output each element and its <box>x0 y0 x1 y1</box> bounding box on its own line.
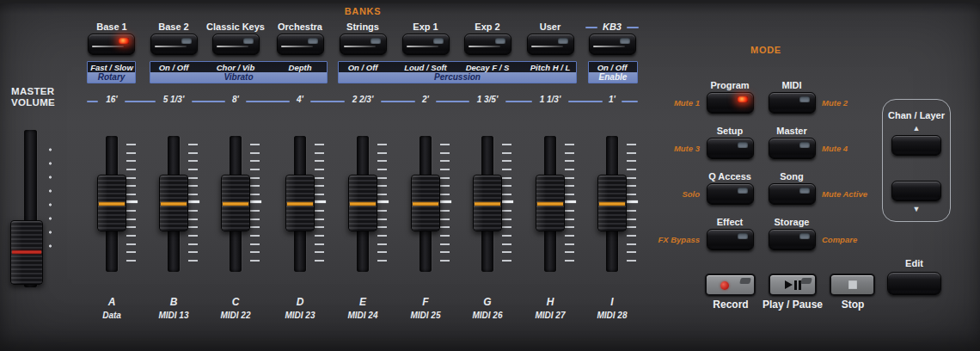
master-volume-label-line1: MASTER <box>11 86 54 96</box>
function-label-pitch: Pitch H / L <box>518 62 583 73</box>
led-indicator <box>620 38 630 44</box>
slider-handle-line <box>223 202 248 206</box>
slider-assignment-d: MIDI 23 <box>266 311 334 320</box>
chan-layer-up-button[interactable] <box>891 135 941 156</box>
slider-handle-c[interactable] <box>221 175 250 231</box>
led-indicator <box>799 96 810 102</box>
slider-a <box>89 132 134 275</box>
slider-letter-i: I <box>578 296 646 308</box>
slider-b <box>151 132 196 275</box>
master-volume-dot-scale <box>48 143 52 258</box>
slider-handle-line <box>99 202 125 206</box>
led-indicator <box>181 38 192 44</box>
mode-label-master: Master <box>749 126 835 136</box>
function-label-depth: Depth <box>267 62 333 73</box>
slider-handle-b[interactable] <box>159 175 188 231</box>
led-indicator <box>738 188 748 194</box>
slider-assignment-i: MIDI 28 <box>578 311 646 320</box>
slider-handle-line <box>537 202 563 206</box>
mode-button-song[interactable] <box>769 183 816 205</box>
slider-center-tick <box>125 200 138 203</box>
slider-g <box>465 132 510 275</box>
drawbar-footage-5-13: 5 1/3' <box>148 95 199 104</box>
edit-label: Edit <box>887 258 941 268</box>
slider-assignment-b: MIDI 13 <box>139 311 208 320</box>
led-indicator <box>738 96 748 102</box>
mode-label-song: Song <box>749 171 835 182</box>
drawbar-footage-8: 8' <box>210 95 261 104</box>
bank-button-strings[interactable] <box>340 34 387 55</box>
slider-center-tick <box>625 200 638 203</box>
led-indicator <box>243 38 254 44</box>
solo-label: Solo <box>612 189 700 200</box>
slider-handle-h[interactable] <box>536 175 565 231</box>
slider-handle-e[interactable] <box>348 175 377 231</box>
slider-handle-f[interactable] <box>411 175 440 231</box>
bank-button-classic-keys[interactable] <box>212 34 260 55</box>
master-volume-label-line2: VOLUME <box>11 97 55 108</box>
led-indicator <box>495 38 505 44</box>
group-label-percussion: Percussion <box>339 72 576 83</box>
drawbar-footage-16: 16' <box>86 95 138 104</box>
slider-handle-i[interactable] <box>597 175 627 231</box>
drawbar-footage-1: 1' <box>586 95 638 104</box>
mode-button-storage[interactable] <box>769 229 816 250</box>
mute-label-3: Mute 3 <box>612 144 700 154</box>
banks-section-title: BANKS <box>333 6 393 16</box>
slider-center-tick <box>248 200 261 203</box>
bank-button-base-1[interactable] <box>88 34 135 55</box>
slider-letter-d: D <box>266 296 334 308</box>
mode-button-q-access[interactable] <box>707 183 754 205</box>
play-led-window <box>800 278 812 284</box>
bank-button-orchestra[interactable] <box>277 34 324 55</box>
led-indicator <box>119 38 129 44</box>
slider-letter-f: F <box>391 296 460 308</box>
mode-label-storage: Storage <box>749 217 835 227</box>
led-indicator <box>371 38 381 44</box>
slider-handle-line <box>287 202 313 206</box>
slider-center-tick <box>563 200 576 203</box>
mode-button-effect[interactable] <box>707 229 754 250</box>
mode-button-program[interactable] <box>707 92 754 114</box>
led-indicator <box>799 142 810 148</box>
panel-top-edge <box>0 0 980 3</box>
slider-center-tick <box>500 200 513 203</box>
slider-handle-line <box>350 202 376 206</box>
slider-handle-g[interactable] <box>473 175 502 231</box>
slider-center-tick <box>313 200 326 203</box>
slider-center-tick <box>187 200 199 203</box>
bank-button-base-2[interactable] <box>150 34 198 55</box>
group-label-rotary: Rotary <box>88 72 135 83</box>
down-arrow-icon: ▼ <box>882 205 951 213</box>
slider-center-tick <box>376 200 389 203</box>
slider-handle-d[interactable] <box>285 175 315 231</box>
bank-button-user[interactable] <box>527 34 574 55</box>
bank-button-exp-2[interactable] <box>464 34 511 55</box>
chan-layer-label: Chan / Layer <box>882 110 951 120</box>
slider-letter-e: E <box>328 296 397 308</box>
mode-button-setup[interactable] <box>707 138 754 159</box>
fx-bypass-label: FX Bypass <box>612 235 700 245</box>
bank-button-kb3[interactable] <box>589 34 636 55</box>
bank-button-exp-1[interactable] <box>402 34 450 55</box>
stop-button[interactable] <box>830 274 875 296</box>
edit-button[interactable] <box>887 272 941 295</box>
drawbar-footage-2: 2' <box>400 95 451 104</box>
compare-label: Compare <box>822 235 916 245</box>
mode-section-title: MODE <box>736 45 796 55</box>
play-pause-button[interactable] <box>769 274 817 296</box>
group-label-enable: Enable <box>589 72 637 83</box>
slider-handle-a[interactable] <box>97 175 126 231</box>
led-indicator <box>738 233 748 239</box>
master-volume-slider-handle[interactable] <box>10 220 43 285</box>
slider-letter-h: H <box>516 296 585 308</box>
mode-button-midi[interactable] <box>769 92 816 114</box>
slider-center-tick <box>438 200 451 203</box>
mode-button-master[interactable] <box>769 138 816 159</box>
led-indicator <box>738 142 748 148</box>
record-button[interactable] <box>705 274 756 296</box>
drawbar-footage-4: 4' <box>274 95 326 104</box>
chan-layer-down-button[interactable] <box>891 181 941 201</box>
record-icon <box>720 281 729 290</box>
slider-letter-b: B <box>139 296 208 308</box>
